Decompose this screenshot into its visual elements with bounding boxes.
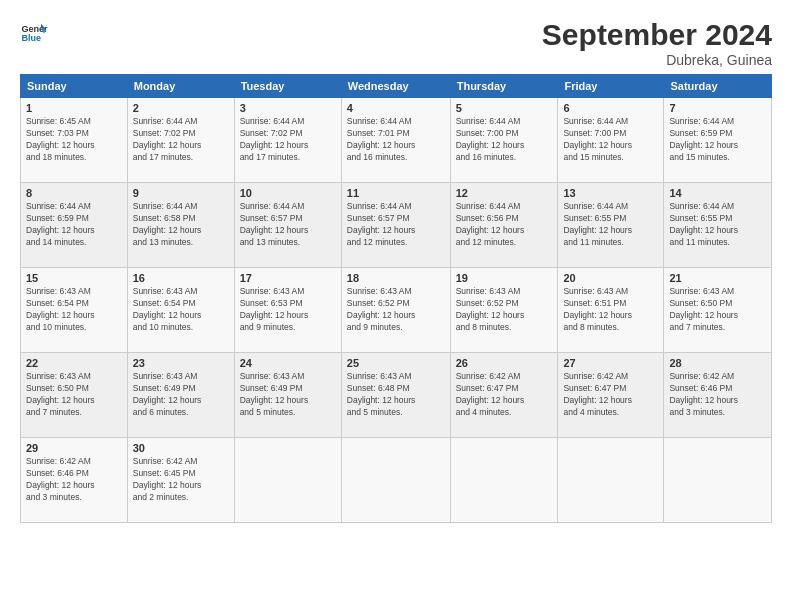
col-wednesday: Wednesday [341, 75, 450, 98]
page: General Blue September 2024 Dubreka, Gui… [0, 0, 792, 612]
calendar-cell: 6Sunrise: 6:44 AMSunset: 7:00 PMDaylight… [558, 98, 664, 183]
main-title: September 2024 [542, 18, 772, 52]
calendar-cell: 11Sunrise: 6:44 AMSunset: 6:57 PMDayligh… [341, 183, 450, 268]
day-detail: Sunrise: 6:44 AMSunset: 6:57 PMDaylight:… [347, 201, 445, 249]
calendar-cell: 22Sunrise: 6:43 AMSunset: 6:50 PMDayligh… [21, 353, 128, 438]
day-number: 16 [133, 272, 229, 284]
calendar-cell: 12Sunrise: 6:44 AMSunset: 6:56 PMDayligh… [450, 183, 558, 268]
calendar-cell: 14Sunrise: 6:44 AMSunset: 6:55 PMDayligh… [664, 183, 772, 268]
day-detail: Sunrise: 6:43 AMSunset: 6:51 PMDaylight:… [563, 286, 658, 334]
day-number: 28 [669, 357, 766, 369]
day-number: 29 [26, 442, 122, 454]
calendar-cell: 18Sunrise: 6:43 AMSunset: 6:52 PMDayligh… [341, 268, 450, 353]
calendar-cell: 20Sunrise: 6:43 AMSunset: 6:51 PMDayligh… [558, 268, 664, 353]
day-number: 13 [563, 187, 658, 199]
calendar-cell: 9Sunrise: 6:44 AMSunset: 6:58 PMDaylight… [127, 183, 234, 268]
day-detail: Sunrise: 6:44 AMSunset: 7:02 PMDaylight:… [240, 116, 336, 164]
calendar-cell [664, 438, 772, 523]
day-detail: Sunrise: 6:42 AMSunset: 6:46 PMDaylight:… [669, 371, 766, 419]
day-number: 1 [26, 102, 122, 114]
day-number: 15 [26, 272, 122, 284]
col-saturday: Saturday [664, 75, 772, 98]
day-number: 8 [26, 187, 122, 199]
day-detail: Sunrise: 6:42 AMSunset: 6:47 PMDaylight:… [563, 371, 658, 419]
day-detail: Sunrise: 6:44 AMSunset: 6:59 PMDaylight:… [669, 116, 766, 164]
calendar-cell: 30Sunrise: 6:42 AMSunset: 6:45 PMDayligh… [127, 438, 234, 523]
calendar-cell: 24Sunrise: 6:43 AMSunset: 6:49 PMDayligh… [234, 353, 341, 438]
day-number: 19 [456, 272, 553, 284]
day-number: 4 [347, 102, 445, 114]
calendar-cell: 26Sunrise: 6:42 AMSunset: 6:47 PMDayligh… [450, 353, 558, 438]
day-detail: Sunrise: 6:44 AMSunset: 6:59 PMDaylight:… [26, 201, 122, 249]
day-detail: Sunrise: 6:44 AMSunset: 6:55 PMDaylight:… [563, 201, 658, 249]
day-number: 2 [133, 102, 229, 114]
calendar-cell: 10Sunrise: 6:44 AMSunset: 6:57 PMDayligh… [234, 183, 341, 268]
calendar-cell: 15Sunrise: 6:43 AMSunset: 6:54 PMDayligh… [21, 268, 128, 353]
calendar-header-row: Sunday Monday Tuesday Wednesday Thursday… [21, 75, 772, 98]
day-number: 11 [347, 187, 445, 199]
calendar-cell: 25Sunrise: 6:43 AMSunset: 6:48 PMDayligh… [341, 353, 450, 438]
calendar-cell: 2Sunrise: 6:44 AMSunset: 7:02 PMDaylight… [127, 98, 234, 183]
day-number: 18 [347, 272, 445, 284]
day-number: 25 [347, 357, 445, 369]
day-number: 27 [563, 357, 658, 369]
calendar-cell: 27Sunrise: 6:42 AMSunset: 6:47 PMDayligh… [558, 353, 664, 438]
day-detail: Sunrise: 6:43 AMSunset: 6:48 PMDaylight:… [347, 371, 445, 419]
day-number: 23 [133, 357, 229, 369]
calendar-cell: 19Sunrise: 6:43 AMSunset: 6:52 PMDayligh… [450, 268, 558, 353]
day-detail: Sunrise: 6:44 AMSunset: 7:02 PMDaylight:… [133, 116, 229, 164]
day-number: 3 [240, 102, 336, 114]
calendar-week-2: 8Sunrise: 6:44 AMSunset: 6:59 PMDaylight… [21, 183, 772, 268]
calendar-cell [558, 438, 664, 523]
day-detail: Sunrise: 6:43 AMSunset: 6:54 PMDaylight:… [26, 286, 122, 334]
day-detail: Sunrise: 6:43 AMSunset: 6:52 PMDaylight:… [456, 286, 553, 334]
day-detail: Sunrise: 6:42 AMSunset: 6:47 PMDaylight:… [456, 371, 553, 419]
day-detail: Sunrise: 6:44 AMSunset: 6:58 PMDaylight:… [133, 201, 229, 249]
col-monday: Monday [127, 75, 234, 98]
day-number: 10 [240, 187, 336, 199]
day-number: 17 [240, 272, 336, 284]
day-detail: Sunrise: 6:44 AMSunset: 7:00 PMDaylight:… [563, 116, 658, 164]
calendar-cell: 28Sunrise: 6:42 AMSunset: 6:46 PMDayligh… [664, 353, 772, 438]
calendar-cell [341, 438, 450, 523]
calendar-week-5: 29Sunrise: 6:42 AMSunset: 6:46 PMDayligh… [21, 438, 772, 523]
header: General Blue September 2024 Dubreka, Gui… [20, 18, 772, 68]
logo-icon: General Blue [20, 18, 48, 46]
day-detail: Sunrise: 6:43 AMSunset: 6:54 PMDaylight:… [133, 286, 229, 334]
day-detail: Sunrise: 6:43 AMSunset: 6:50 PMDaylight:… [26, 371, 122, 419]
day-number: 14 [669, 187, 766, 199]
calendar-cell: 16Sunrise: 6:43 AMSunset: 6:54 PMDayligh… [127, 268, 234, 353]
day-detail: Sunrise: 6:44 AMSunset: 7:00 PMDaylight:… [456, 116, 553, 164]
calendar-week-3: 15Sunrise: 6:43 AMSunset: 6:54 PMDayligh… [21, 268, 772, 353]
calendar-cell: 5Sunrise: 6:44 AMSunset: 7:00 PMDaylight… [450, 98, 558, 183]
calendar-cell: 4Sunrise: 6:44 AMSunset: 7:01 PMDaylight… [341, 98, 450, 183]
day-detail: Sunrise: 6:44 AMSunset: 6:55 PMDaylight:… [669, 201, 766, 249]
svg-text:Blue: Blue [21, 33, 41, 43]
day-number: 7 [669, 102, 766, 114]
calendar-cell: 23Sunrise: 6:43 AMSunset: 6:49 PMDayligh… [127, 353, 234, 438]
calendar-week-1: 1Sunrise: 6:45 AMSunset: 7:03 PMDaylight… [21, 98, 772, 183]
calendar-cell: 13Sunrise: 6:44 AMSunset: 6:55 PMDayligh… [558, 183, 664, 268]
col-sunday: Sunday [21, 75, 128, 98]
calendar-week-4: 22Sunrise: 6:43 AMSunset: 6:50 PMDayligh… [21, 353, 772, 438]
calendar-cell: 1Sunrise: 6:45 AMSunset: 7:03 PMDaylight… [21, 98, 128, 183]
day-detail: Sunrise: 6:42 AMSunset: 6:46 PMDaylight:… [26, 456, 122, 504]
calendar-cell [234, 438, 341, 523]
subtitle: Dubreka, Guinea [542, 52, 772, 68]
day-detail: Sunrise: 6:42 AMSunset: 6:45 PMDaylight:… [133, 456, 229, 504]
day-detail: Sunrise: 6:44 AMSunset: 6:57 PMDaylight:… [240, 201, 336, 249]
day-number: 21 [669, 272, 766, 284]
day-number: 12 [456, 187, 553, 199]
day-detail: Sunrise: 6:44 AMSunset: 7:01 PMDaylight:… [347, 116, 445, 164]
day-detail: Sunrise: 6:43 AMSunset: 6:53 PMDaylight:… [240, 286, 336, 334]
calendar-cell: 17Sunrise: 6:43 AMSunset: 6:53 PMDayligh… [234, 268, 341, 353]
logo: General Blue [20, 18, 48, 46]
day-number: 26 [456, 357, 553, 369]
calendar-cell: 21Sunrise: 6:43 AMSunset: 6:50 PMDayligh… [664, 268, 772, 353]
day-number: 5 [456, 102, 553, 114]
col-tuesday: Tuesday [234, 75, 341, 98]
col-thursday: Thursday [450, 75, 558, 98]
col-friday: Friday [558, 75, 664, 98]
day-number: 30 [133, 442, 229, 454]
day-number: 24 [240, 357, 336, 369]
